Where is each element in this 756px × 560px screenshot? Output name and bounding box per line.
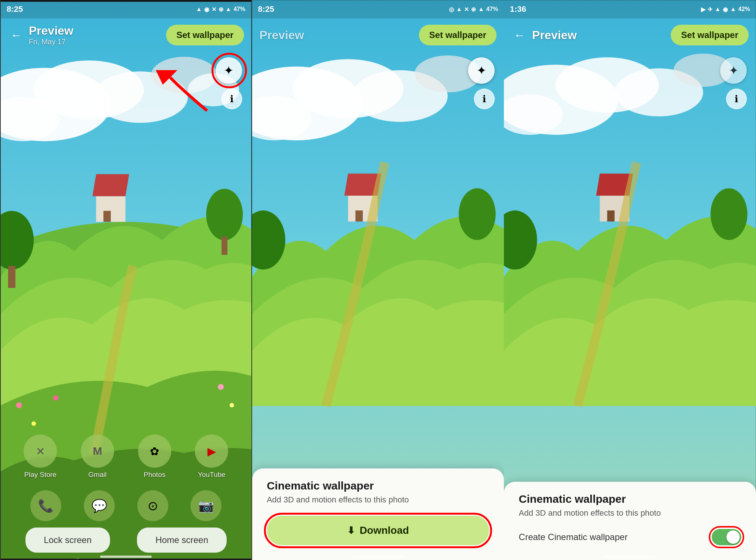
lock-screen-button[interactable]: Lock screen — [25, 528, 110, 553]
download-button[interactable]: ⬇ Download — [267, 516, 489, 545]
insta-icon-1: ◉ — [204, 6, 209, 13]
dock-chat[interactable]: 💬 — [84, 490, 115, 521]
battery-icon-1: 47% — [234, 6, 245, 13]
dock-chrome[interactable]: ⊙ — [137, 490, 168, 521]
svg-rect-46 — [607, 210, 615, 221]
status-bar-1: 8:25 ▲ ◉ ✕ ⊕ ▲ 47% — [1, 0, 251, 18]
battery-icon-2: 47% — [486, 6, 498, 13]
svg-rect-13 — [221, 237, 227, 255]
bottom-sheet-3: Cinematic wallpaper Add 3D and motion ef… — [504, 482, 756, 560]
bottom-buttons-1: Lock screen Home screen — [1, 528, 251, 553]
top-nav-2: Preview Set wallpaper — [252, 18, 504, 52]
svg-point-17 — [16, 402, 22, 408]
toggle-row: Create Cinematic wallpaper — [519, 529, 741, 545]
set-wallpaper-button-2[interactable]: Set wallpaper — [419, 25, 497, 45]
youtube-icon-circle: ▶ — [195, 434, 228, 468]
photos-label: Photos — [144, 471, 165, 479]
nav-icon-1: ▲ — [196, 6, 202, 13]
back-button-3[interactable]: ← — [511, 27, 528, 43]
time-2: 8:25 — [258, 4, 274, 14]
sheet-desc-2: Add 3D and motion effects to this photo — [267, 495, 489, 505]
home-indicator-3 — [604, 556, 656, 558]
youtube-icon: ▶ — [207, 445, 216, 458]
x-icon-2: ✕ — [464, 6, 469, 13]
gmail-icon: M — [93, 445, 102, 457]
svg-marker-15 — [92, 174, 129, 196]
status-icons-1: ▲ ◉ ✕ ⊕ ▲ 47% — [196, 6, 245, 13]
svg-point-37 — [458, 188, 495, 240]
sig-icon-2: ▲ — [478, 6, 484, 13]
dock-row-1: 📞 💬 ⊙ 📷 — [1, 490, 251, 521]
sparkle-button-2[interactable]: ✦ — [468, 57, 495, 84]
home-indicator-2 — [352, 556, 404, 558]
bell-icon-3: ▲ — [730, 6, 736, 13]
wifi-icon-2: ▲ — [456, 6, 462, 13]
sparkle-button-3[interactable]: ✦ — [720, 57, 747, 84]
info-button-1[interactable]: ℹ — [221, 89, 242, 109]
sheet-desc-3: Add 3D and motion effects to this photo — [519, 508, 741, 518]
top-nav-1: ← Preview Fri, May 17 Set wallpaper — [1, 18, 251, 52]
svg-rect-35 — [355, 210, 363, 221]
cinematic-toggle[interactable] — [712, 529, 741, 545]
nav-subtitle-1: Fri, May 17 — [29, 38, 73, 46]
time-1: 8:25 — [7, 4, 23, 14]
dock-camera[interactable]: 📷 — [190, 490, 221, 521]
sheet-title-2: Cinematic wallpaper — [267, 480, 489, 492]
svg-point-21 — [230, 403, 234, 408]
battery-icon-3: 42% — [738, 6, 750, 13]
nav-title-2: Preview — [260, 28, 304, 42]
playstore-label: Play Store — [24, 471, 57, 479]
time-3: 1:36 — [510, 4, 526, 14]
home-indicator-1 — [100, 556, 152, 558]
toggle-wrapper — [712, 529, 741, 545]
status-bar-3: 1:36 ▶ ✈ ▲ ◉ ▲ 42% — [504, 0, 756, 18]
svg-rect-16 — [103, 211, 111, 222]
gmail-label: Gmail — [88, 471, 107, 479]
nav-title-1: Preview — [29, 24, 73, 38]
status-bar-2: 8:25 ◎ ▲ ✕ ⊕ ▲ 47% — [252, 0, 504, 18]
status-time-1: 8:25 — [7, 4, 23, 14]
wifi-icon-1: ▲ — [226, 6, 231, 13]
clip-icon-2: ⊕ — [471, 6, 476, 13]
set-wallpaper-button-1[interactable]: Set wallpaper — [166, 25, 244, 45]
svg-point-18 — [31, 422, 36, 426]
nav-icon-3: ▲ — [715, 6, 721, 13]
playstore-icon: ✕ — [36, 445, 45, 458]
x-icon-1: ✕ — [212, 6, 216, 13]
svg-point-19 — [53, 395, 58, 401]
loc-icon-3: ✈ — [708, 6, 712, 13]
playstore-icon-circle: ✕ — [24, 434, 57, 468]
info-button-2[interactable]: ℹ — [474, 89, 495, 109]
set-wallpaper-button-3[interactable]: Set wallpaper — [671, 25, 749, 45]
app-icon-youtube[interactable]: ▶ YouTube — [195, 434, 228, 479]
youtube-label: YouTube — [198, 471, 226, 479]
nav-title-3: Preview — [532, 28, 577, 42]
app-icons-row-1: ✕ Play Store M Gmail ✿ Photos ▶ YouTube — [1, 434, 251, 479]
red-circle-highlight-1 — [212, 53, 247, 88]
photos-icon-circle: ✿ — [138, 434, 171, 468]
svg-point-48 — [711, 188, 748, 240]
sheet-title-3: Cinematic wallpaper — [519, 493, 741, 505]
red-arrow-1 — [155, 70, 214, 118]
info-button-3[interactable]: ℹ — [726, 89, 747, 109]
app-icon-photos[interactable]: ✿ Photos — [138, 434, 171, 479]
insta-icon-3: ◉ — [723, 6, 728, 13]
bottom-sheet-2: Cinematic wallpaper Add 3D and motion ef… — [252, 468, 504, 560]
photos-icon: ✿ — [150, 445, 159, 458]
download-label: Download — [360, 525, 409, 536]
nav-icon-2: ◎ — [449, 6, 454, 13]
svg-point-20 — [218, 384, 224, 390]
app-icon-gmail[interactable]: M Gmail — [81, 434, 114, 479]
svg-rect-11 — [8, 266, 16, 288]
download-btn-wrapper: ⬇ Download — [267, 516, 489, 545]
download-icon: ⬇ — [347, 525, 355, 536]
app-icon-playstore[interactable]: ✕ Play Store — [24, 434, 57, 479]
clip-icon-1: ⊕ — [219, 6, 223, 13]
back-button-1[interactable]: ← — [8, 27, 24, 43]
gmail-icon-circle: M — [81, 434, 114, 468]
play-icon-3: ▶ — [701, 6, 705, 13]
svg-point-12 — [206, 189, 243, 240]
dock-phone[interactable]: 📞 — [30, 490, 61, 521]
phone-panel-2: 8:25 ◎ ▲ ✕ ⊕ ▲ 47% Preview Set wallpaper… — [252, 0, 504, 560]
home-screen-button[interactable]: Home screen — [137, 528, 227, 553]
